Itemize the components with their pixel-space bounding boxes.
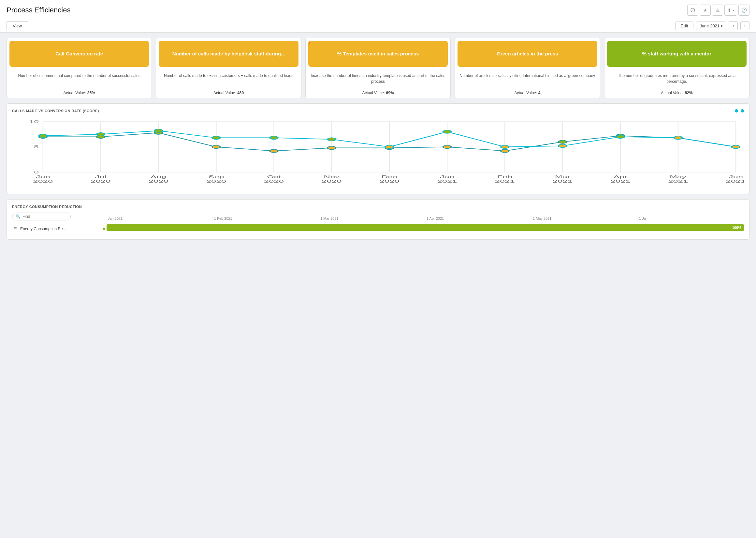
kpi-footer: Actual Value: 35% xyxy=(7,88,152,98)
svg-text:i: i xyxy=(692,9,693,12)
edit-button[interactable]: Edit xyxy=(675,22,693,30)
clock-icon: 🕐 xyxy=(741,8,747,13)
svg-text:2021: 2021 xyxy=(437,179,457,183)
direction-icon: ↓ xyxy=(159,40,161,45)
svg-point-37 xyxy=(212,136,220,139)
svg-text:2020: 2020 xyxy=(149,179,168,183)
svg-text:2020: 2020 xyxy=(206,179,226,183)
kpi-card-calls-made: ↓ Number of calls made by helpdesk staff… xyxy=(156,38,301,98)
kpi-card-header: ↓ % Templates used in sales process xyxy=(306,38,450,70)
gantt-title: ENERGY CONSUMPTION REDUCTION xyxy=(12,205,744,209)
svg-point-41 xyxy=(443,130,451,134)
kpi-title-box: Call Conversion rate xyxy=(10,41,149,67)
gantt-date-header: Jan 20211 Feb 20211 Mar 20211 Apr 20211 … xyxy=(107,213,744,222)
svg-point-38 xyxy=(270,136,278,139)
legend-dot-2 xyxy=(741,109,744,113)
prev-button[interactable]: ‹ xyxy=(729,21,738,30)
svg-text:Apr: Apr xyxy=(613,175,627,179)
gantt-list-item: ☰ Energy Consumption Re... xyxy=(12,223,107,234)
gantt-date-label: 1 Ju xyxy=(638,217,744,220)
kpi-footer: Actual Value: 82% xyxy=(604,88,749,98)
kpi-row: ↔ Call Conversion rate Number of custome… xyxy=(7,38,749,98)
chart-container: 0510Jun2020Jul2020Aug2020Sep2020Oct2020N… xyxy=(12,117,744,188)
svg-point-39 xyxy=(327,137,336,141)
gantt-date-label: 1 Apr 2021 xyxy=(425,217,532,220)
kpi-title-box: % staff working with a mentor xyxy=(607,41,746,67)
svg-text:2021: 2021 xyxy=(610,179,630,183)
toolbar: View Edit June 2021 ▾ ‹ › xyxy=(0,19,756,32)
svg-text:Aug: Aug xyxy=(151,175,166,179)
gantt-left-panel: 🔍 ☰ Energy Consumption Re... xyxy=(12,213,107,234)
svg-point-42 xyxy=(501,145,509,149)
direction-icon: ↑ xyxy=(607,40,609,45)
kpi-card-staff-mentor: ↑ % staff working with a mentor The numb… xyxy=(604,38,749,98)
kpi-footer: Actual Value: 460 xyxy=(156,88,301,98)
top-header: Process Efficiencies i ★ ⚠ ⬆ ▾ 🕐 xyxy=(0,0,756,19)
svg-point-36 xyxy=(155,129,163,133)
kpi-footer: Actual Value: 69% xyxy=(306,88,450,98)
kpi-title-box: Number of calls made by helpdesk staff d… xyxy=(159,41,298,67)
view-tab[interactable]: View xyxy=(7,21,28,30)
gantt-item-name: Energy Consumption Re... xyxy=(20,227,66,231)
gantt-controls: 🔍 xyxy=(12,213,107,220)
svg-point-40 xyxy=(385,145,393,149)
svg-point-25 xyxy=(270,149,278,153)
header-icons: i ★ ⚠ ⬆ ▾ 🕐 xyxy=(687,5,749,16)
search-input[interactable] xyxy=(23,214,67,219)
chart-svg: 0510Jun2020Jul2020Aug2020Sep2020Oct2020N… xyxy=(12,117,744,188)
kpi-card-call-conversion: ↔ Call Conversion rate Number of custome… xyxy=(7,38,152,98)
kpi-title-text: % Templates used in sales process xyxy=(337,51,419,57)
warning-button[interactable]: ⚠ xyxy=(712,5,723,16)
gantt-right-panel: Jan 20211 Feb 20211 Mar 20211 Apr 20211 … xyxy=(107,213,744,234)
page-wrapper: Process Efficiencies i ★ ⚠ ⬆ ▾ 🕐 xyxy=(0,0,756,538)
svg-text:Feb: Feb xyxy=(497,175,513,179)
gantt-bar-label: 100% xyxy=(732,226,741,230)
info-button[interactable]: i xyxy=(687,5,698,16)
next-button[interactable]: › xyxy=(740,21,749,30)
svg-point-46 xyxy=(732,145,740,149)
date-dropdown[interactable]: June 2021 ▾ xyxy=(696,22,726,30)
kpi-desc: Number of customers trial compared to th… xyxy=(7,70,152,88)
page-title: Process Efficiencies xyxy=(7,6,71,14)
gantt-date-label: 1 Feb 2021 xyxy=(213,217,319,220)
clock-button[interactable]: 🕐 xyxy=(738,5,749,16)
kpi-card-green-articles: ↔ Green articles in the press Number of … xyxy=(454,38,600,98)
gantt-date-label: Jan 2021 xyxy=(107,217,213,220)
svg-point-44 xyxy=(616,135,624,138)
kpi-desc: Number of calls made to existing custome… xyxy=(156,70,301,88)
star-icon: ★ xyxy=(703,8,707,13)
svg-text:2020: 2020 xyxy=(322,179,342,183)
svg-text:10: 10 xyxy=(29,120,39,124)
svg-point-30 xyxy=(558,140,567,143)
kpi-title-text: Green articles in the press xyxy=(496,51,558,57)
svg-text:2020: 2020 xyxy=(91,179,111,183)
kpi-title-text: % staff working with a mentor xyxy=(642,51,712,57)
svg-text:2021: 2021 xyxy=(668,179,688,183)
svg-point-45 xyxy=(674,136,682,139)
export-button[interactable]: ⬆ ▾ xyxy=(725,5,737,16)
search-icon: 🔍 xyxy=(16,214,21,219)
chart-title: CALLS MADE VS CONVERSION RATE (SCORE) xyxy=(12,109,744,113)
gantt-date-label: 1 Mar 2021 xyxy=(319,217,425,220)
svg-text:0: 0 xyxy=(34,170,39,174)
gantt-section: ENERGY CONSUMPTION REDUCTION 🔍 ☰ Energy … xyxy=(7,199,749,240)
legend-dot-1 xyxy=(735,109,738,113)
list-icon: ☰ xyxy=(13,227,17,231)
svg-text:2020: 2020 xyxy=(379,179,399,183)
kpi-card-header: ↔ Call Conversion rate xyxy=(7,38,152,70)
svg-text:2021: 2021 xyxy=(553,179,573,183)
kpi-desc: Number of articles specifically citing I… xyxy=(455,70,599,88)
gantt-dot xyxy=(103,228,105,230)
direction-icon: ↔ xyxy=(457,40,462,45)
svg-point-43 xyxy=(558,144,567,147)
svg-point-24 xyxy=(212,145,220,149)
gantt-bar: 100% xyxy=(107,224,744,231)
gantt-bar-row: 100% xyxy=(107,222,744,233)
svg-text:2020: 2020 xyxy=(33,179,53,183)
gantt-search[interactable]: 🔍 xyxy=(12,213,71,220)
svg-text:Jul: Jul xyxy=(95,175,106,179)
svg-text:5: 5 xyxy=(34,145,39,149)
svg-point-34 xyxy=(39,134,47,137)
star-button[interactable]: ★ xyxy=(700,5,711,16)
kpi-card-header: ↓ Number of calls made by helpdesk staff… xyxy=(156,38,301,70)
